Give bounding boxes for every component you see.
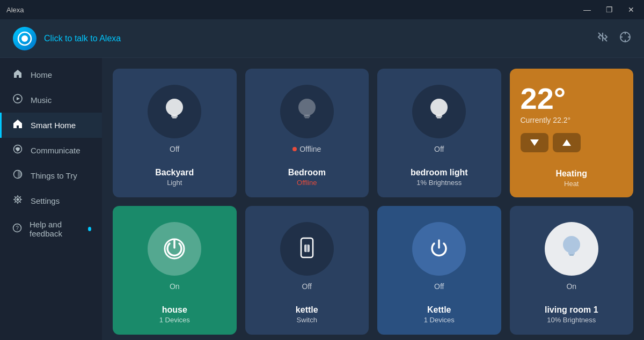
sidebar-label-smart-home: Smart Home bbox=[31, 121, 76, 130]
device-icon-kettle bbox=[280, 222, 334, 276]
titlebar: Alexa — ❐ ✕ bbox=[0, 0, 644, 19]
svg-point-12 bbox=[17, 198, 19, 201]
device-card-living-room[interactable]: On living room 1 10% Brightness bbox=[510, 206, 634, 335]
device-status-bedroom: Offline bbox=[292, 145, 321, 153]
device-name-kettle: kettle bbox=[256, 305, 358, 315]
svg-rect-18 bbox=[172, 117, 177, 119]
device-name-house: house bbox=[123, 305, 226, 315]
device-type-house: 1 Devices bbox=[123, 316, 226, 324]
svg-text:?: ? bbox=[16, 225, 19, 231]
svg-rect-24 bbox=[437, 117, 441, 119]
maximize-button[interactable]: ❐ bbox=[603, 4, 616, 15]
device-type-living-room: 10% Brightness bbox=[521, 316, 623, 324]
device-icon-living-room bbox=[545, 222, 598, 276]
things-to-try-icon bbox=[12, 169, 23, 182]
device-name-living-room: living room 1 bbox=[521, 305, 623, 315]
device-card-bedroom-light[interactable]: Off bedroom light 1% Brightness bbox=[377, 69, 501, 197]
mute-icon[interactable] bbox=[597, 31, 609, 46]
device-type-bedroom: Offline bbox=[256, 179, 358, 187]
sidebar-label-music: Music bbox=[31, 95, 52, 105]
sidebar-item-help[interactable]: ? Help and feedback bbox=[0, 213, 102, 245]
device-name-heating: Heating bbox=[521, 169, 623, 179]
device-card-kettle[interactable]: Off kettle Switch bbox=[245, 206, 369, 335]
device-icon-kettle-devices bbox=[412, 222, 466, 276]
device-name-backyard: Backyard bbox=[123, 168, 226, 178]
svg-point-19 bbox=[298, 99, 316, 116]
close-button[interactable]: ✕ bbox=[625, 4, 638, 15]
device-status-living-room: On bbox=[566, 282, 576, 291]
sidebar-item-settings[interactable]: Settings bbox=[0, 188, 102, 213]
device-card-kettle-devices[interactable]: Off Kettle 1 Devices bbox=[377, 206, 501, 335]
sidebar-item-smart-home[interactable]: Smart Home bbox=[0, 113, 102, 138]
device-icon-bedroom bbox=[280, 85, 334, 138]
device-status-bedroom-light: Off bbox=[434, 145, 444, 153]
device-status-kettle: Off bbox=[302, 282, 312, 291]
device-card-heating[interactable]: 22° Currently 22.2° Heating bbox=[510, 69, 634, 197]
device-type-kettle: Switch bbox=[256, 316, 358, 324]
heating-current-temp: Currently 22.2° bbox=[521, 116, 571, 124]
device-type-backyard: Light bbox=[123, 179, 226, 187]
device-type-bedroom-light: 1% Brightness bbox=[388, 179, 491, 187]
heating-temperature: 22° bbox=[521, 84, 566, 114]
device-name-bedroom-light: bedroom light bbox=[388, 168, 491, 178]
app-body: Home Music Smart Home bbox=[0, 58, 644, 340]
titlebar-controls: — ❐ ✕ bbox=[580, 4, 638, 15]
device-card-bedroom[interactable]: Offline Bedroom Offline bbox=[245, 69, 369, 197]
settings-icon bbox=[12, 195, 23, 207]
heating-controls bbox=[521, 133, 581, 152]
svg-point-22 bbox=[430, 99, 448, 116]
device-icon-bedroom-light bbox=[412, 85, 466, 138]
device-card-backyard-light[interactable]: Off Backyard Light bbox=[113, 69, 237, 197]
sidebar: Home Music Smart Home bbox=[0, 58, 102, 340]
svg-rect-21 bbox=[305, 117, 309, 119]
main-content: Off Backyard Light Offline bbox=[102, 58, 644, 340]
device-icon-house bbox=[148, 222, 201, 276]
sidebar-item-music[interactable]: Music bbox=[0, 87, 102, 113]
svg-rect-33 bbox=[569, 254, 574, 256]
svg-marker-25 bbox=[530, 139, 539, 146]
sidebar-label-things-to-try: Things to Try bbox=[31, 171, 77, 180]
device-icon-backyard bbox=[148, 85, 201, 138]
device-card-house[interactable]: On house 1 Devices bbox=[113, 206, 237, 335]
click-to-talk[interactable]: Click to talk to Alexa bbox=[44, 34, 121, 43]
heating-decrease-button[interactable] bbox=[521, 133, 548, 152]
device-grid: Off Backyard Light Offline bbox=[113, 69, 633, 335]
sidebar-label-communicate: Communicate bbox=[31, 146, 80, 155]
heating-increase-button[interactable] bbox=[553, 133, 581, 152]
sidebar-label-settings: Settings bbox=[31, 196, 60, 205]
settings-circle-icon[interactable] bbox=[619, 31, 631, 46]
svg-point-31 bbox=[563, 236, 580, 253]
home-icon bbox=[12, 69, 23, 81]
device-name-kettle-devices: Kettle bbox=[388, 305, 491, 315]
svg-marker-9 bbox=[17, 97, 20, 100]
sidebar-item-communicate[interactable]: Communicate bbox=[0, 138, 102, 163]
sidebar-label-home: Home bbox=[31, 70, 52, 79]
sidebar-item-things-to-try[interactable]: Things to Try bbox=[0, 163, 102, 188]
smart-home-icon bbox=[12, 119, 23, 131]
sidebar-item-home[interactable]: Home bbox=[0, 62, 102, 87]
svg-point-16 bbox=[166, 99, 183, 116]
header: Click to talk to Alexa bbox=[0, 19, 644, 58]
header-icons bbox=[597, 31, 631, 46]
device-type-heating: Heat bbox=[521, 180, 623, 188]
device-status-kettle-devices: Off bbox=[434, 282, 444, 291]
device-status-house: On bbox=[170, 282, 180, 291]
offline-dot bbox=[292, 147, 297, 151]
minimize-button[interactable]: — bbox=[580, 4, 594, 15]
device-name-bedroom: Bedroom bbox=[256, 168, 358, 178]
header-left: Click to talk to Alexa bbox=[13, 27, 121, 50]
device-status-backyard: Off bbox=[170, 145, 179, 153]
sidebar-label-help: Help and feedback bbox=[30, 220, 77, 238]
svg-point-1 bbox=[21, 35, 28, 42]
help-badge bbox=[88, 227, 91, 231]
svg-marker-26 bbox=[562, 139, 571, 146]
communicate-icon bbox=[12, 144, 23, 157]
app-name: Alexa bbox=[6, 6, 24, 14]
alexa-logo[interactable] bbox=[13, 27, 36, 50]
titlebar-app-title: Alexa bbox=[6, 6, 24, 14]
device-type-kettle-devices: 1 Devices bbox=[388, 316, 491, 324]
help-icon: ? bbox=[12, 223, 22, 235]
music-icon bbox=[12, 94, 23, 106]
